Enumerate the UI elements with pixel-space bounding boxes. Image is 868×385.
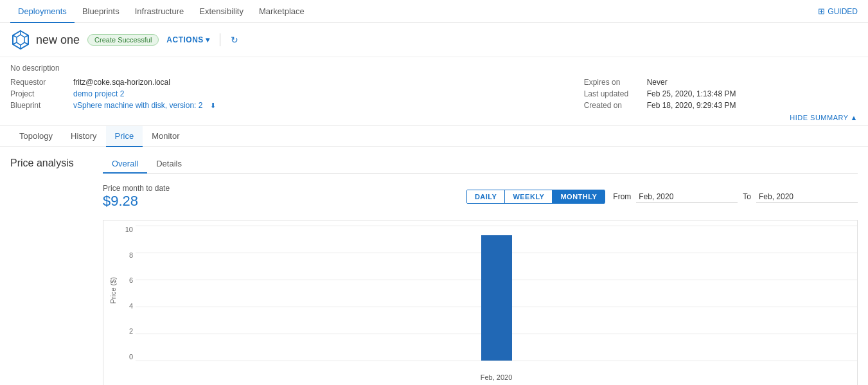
y-axis-label: Price ($) [109,277,117,304]
daily-button[interactable]: DAILY [467,190,506,203]
project-link[interactable]: demo project 2 [73,89,124,98]
blueprint-label: Blueprint [10,101,68,110]
tab-history[interactable]: History [62,126,105,147]
from-label: From [613,192,631,201]
logo-icon [10,30,31,50]
from-date-input[interactable] [636,191,738,203]
logo: new one [10,30,80,50]
y-tick-6: 6 [129,276,133,284]
y-tick-8: 8 [129,251,133,259]
requestor-label: Requestor [10,78,68,87]
tab-infrastructure[interactable]: Infrastructure [127,0,192,23]
tab-marketplace[interactable]: Marketplace [251,0,312,23]
actions-button[interactable]: ACTIONS ▾ [166,35,209,44]
divider [220,33,220,46]
price-amount: $9.28 [103,193,170,210]
y-tick-0: 0 [129,353,133,361]
expires-value: Never [647,78,668,87]
tab-price[interactable]: Price [106,126,143,147]
logo-text: new one [36,33,80,47]
last-updated-value: Feb 25, 2020, 1:13:48 PM [647,89,736,98]
chevron-up-icon: ▲ [851,114,858,121]
monthly-button[interactable]: MONTHLY [553,190,605,203]
price-analysis-title: Price analysis [10,155,87,169]
tab-extensibility[interactable]: Extensibility [191,0,251,23]
x-label-feb2020: Feb, 2020 [481,373,513,381]
tab-topology[interactable]: Topology [10,126,62,147]
to-date-input[interactable] [756,191,858,203]
bar-feb2020 [481,235,512,361]
created-label: Created on [584,101,642,110]
chevron-down-icon: ▾ [206,35,210,44]
created-value: Feb 18, 2020, 9:29:43 PM [647,101,736,110]
requestor-value: fritz@coke.sqa-horizon.local [73,78,170,87]
y-tick-2: 2 [129,327,133,335]
guided-button[interactable]: ⊞ GUIDED [818,6,858,16]
expires-label: Expires on [584,78,642,87]
hide-summary-button[interactable]: HIDE SUMMARY ▲ [10,114,858,121]
to-label: To [743,192,751,201]
subtab-details[interactable]: Details [147,155,191,174]
last-updated-label: Last updated [584,89,642,98]
guided-icon: ⊞ [818,6,825,16]
tab-blueprints[interactable]: Blueprints [75,0,127,23]
period-buttons: DAILY WEEKLY MONTHLY [466,190,605,204]
no-description: No description [10,64,858,73]
weekly-button[interactable]: WEEKLY [505,190,553,203]
blueprint-link[interactable]: vSphere machine with disk, version: 2 [73,101,202,110]
svg-marker-1 [17,35,24,45]
status-badge: Create Successful [87,34,159,46]
y-tick-4: 4 [129,302,133,310]
refresh-button[interactable]: ↻ [231,35,238,45]
price-month-label: Price month to date [103,184,170,193]
download-icon: ⬇ [210,102,216,110]
y-tick-10: 10 [125,226,133,233]
tab-deployments[interactable]: Deployments [10,0,75,23]
tab-monitor[interactable]: Monitor [143,126,188,147]
project-label: Project [10,89,68,98]
price-chart: Price ($) 10 8 6 4 2 0 [103,220,858,385]
subtab-overall[interactable]: Overall [103,155,147,174]
